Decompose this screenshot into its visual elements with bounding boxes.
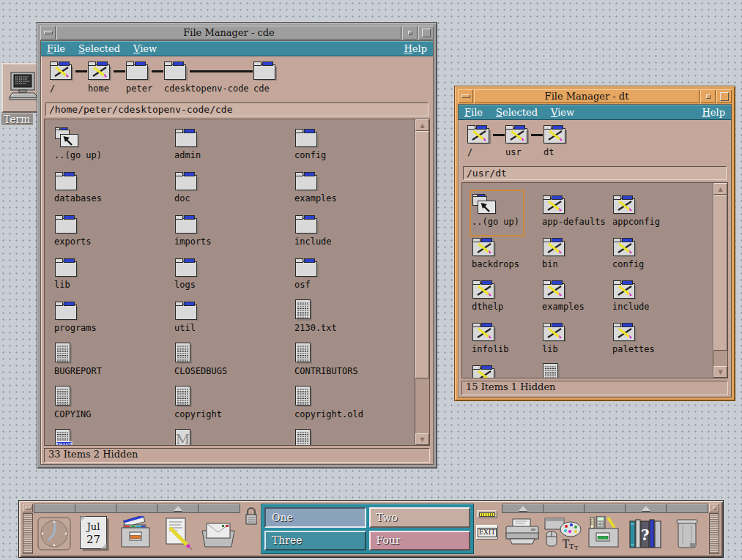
file-item[interactable]: doc (174, 168, 294, 212)
exit-button[interactable]: EXIT (476, 525, 498, 540)
cde-titlebar[interactable]: File Manager - cde (40, 26, 434, 40)
scroll-trough[interactable] (415, 378, 429, 433)
file-item[interactable]: OPENBUGS (294, 428, 415, 445)
window-title[interactable]: File Manager - dt (474, 89, 700, 103)
maximize-button[interactable] (716, 89, 732, 103)
subpanel-handle[interactable] (199, 504, 240, 512)
launcher-text-editor[interactable] (157, 513, 198, 554)
breadcrumb-folder[interactable]: peter (125, 61, 152, 96)
file-item[interactable] (542, 362, 612, 378)
subpanel-toggle[interactable] (157, 504, 199, 512)
file-item[interactable]: config (294, 125, 415, 168)
launcher-style-manager[interactable]: TTT (543, 513, 584, 554)
file-item[interactable]: include (294, 212, 415, 255)
menu-item-view[interactable]: View (551, 107, 574, 118)
dt-path-field[interactable]: /usr/dt (463, 166, 727, 180)
file-item[interactable]: 2130.txt (294, 298, 415, 341)
file-item[interactable]: lib (54, 255, 174, 298)
file-item[interactable]: ..(go up) (472, 192, 522, 234)
file-item[interactable]: COPYING (54, 384, 174, 428)
launcher-help-viewer[interactable]: ? (625, 513, 666, 554)
scroll-down-button[interactable]: ▼ (713, 366, 727, 378)
subpanel-handle[interactable] (75, 504, 116, 512)
menu-help[interactable]: Help (702, 107, 725, 118)
file-item[interactable]: BUGREPORT (54, 341, 174, 384)
file-item[interactable]: backdrops (472, 234, 542, 277)
subpanel-handle[interactable] (116, 504, 157, 512)
file-item[interactable] (472, 362, 542, 378)
breadcrumb-folder[interactable]: cdesktopenv-code (163, 61, 190, 96)
breadcrumb-folder[interactable]: cde (253, 61, 279, 96)
file-item[interactable]: app-defaults (542, 192, 612, 234)
subpanel-handle[interactable] (543, 504, 585, 512)
dt-vertical-scrollbar[interactable]: ▲ ▼ (713, 183, 727, 378)
file-item[interactable]: copyright (174, 384, 294, 428)
menu-item-selected[interactable]: Selected (78, 43, 120, 54)
panel-right-endcap[interactable] (709, 504, 719, 554)
file-item[interactable]: appconfig (612, 192, 683, 234)
breadcrumb-folder[interactable]: home (87, 61, 114, 96)
file-item[interactable]: osf (294, 255, 415, 298)
cde-path-field[interactable]: /home/peter/cdesktopenv-code/cde (45, 102, 428, 116)
file-item[interactable]: imports (174, 212, 294, 255)
file-item[interactable]: infolib (472, 319, 542, 362)
file-item[interactable]: copyright.old (294, 384, 415, 428)
minimize-button[interactable] (700, 89, 716, 103)
scroll-thumb[interactable] (415, 131, 429, 378)
menu-item-selected[interactable]: Selected (496, 107, 538, 118)
file-item[interactable]: util (174, 298, 294, 341)
window-menu-button[interactable] (458, 89, 473, 103)
launcher-clock[interactable] (34, 513, 75, 554)
file-item[interactable]: examples (542, 277, 612, 319)
breadcrumb-folder[interactable]: dt (543, 124, 569, 160)
maximize-button[interactable] (418, 26, 434, 40)
panel-grip[interactable] (709, 513, 719, 554)
file-item[interactable]: CLOSEDBUGS (174, 341, 294, 384)
file-item[interactable]: ..(go up) (54, 125, 174, 168)
file-item[interactable]: programs (54, 298, 174, 341)
minimize-button[interactable] (402, 26, 418, 40)
file-item[interactable]: CONTRIBUTORS (294, 341, 415, 384)
breadcrumb-folder[interactable]: / (467, 124, 493, 160)
subpanel-handle[interactable] (34, 504, 75, 512)
dt-titlebar[interactable]: File Manager - dt (458, 89, 732, 103)
file-item[interactable]: bin (542, 234, 612, 277)
file-item[interactable]: exports (54, 212, 174, 255)
workspace-button-one[interactable]: One (264, 507, 366, 528)
breadcrumb-folder[interactable]: usr (505, 124, 531, 160)
workspace-button-two[interactable]: Two (369, 507, 471, 528)
subpanel-toggle[interactable] (626, 504, 667, 512)
launcher-applications[interactable] (584, 513, 625, 554)
file-item[interactable]: IMAKEImakefile (54, 428, 174, 445)
menu-help[interactable]: Help (404, 43, 427, 54)
file-item[interactable]: lib (542, 319, 612, 362)
file-item[interactable]: examples (294, 168, 415, 212)
subpanel-handle[interactable] (667, 504, 708, 512)
panel-menu-button[interactable] (709, 504, 719, 512)
lock-slot[interactable] (242, 504, 261, 554)
launcher-printer[interactable] (502, 513, 543, 554)
file-item[interactable]: admin (174, 125, 294, 168)
scroll-up-button[interactable]: ▲ (713, 183, 727, 195)
workspace-button-four[interactable]: Four (369, 531, 471, 551)
launcher-file-manager[interactable] (116, 513, 157, 554)
scroll-thumb[interactable] (713, 195, 727, 351)
file-item[interactable]: MMakefile (174, 428, 294, 445)
file-item[interactable]: dthelp (472, 277, 542, 319)
launcher-calendar[interactable]: Jul27 (75, 513, 116, 554)
subpanel-toggle[interactable] (502, 504, 543, 512)
menu-item-view[interactable]: View (133, 43, 157, 54)
scroll-down-button[interactable]: ▼ (415, 433, 429, 445)
file-item[interactable]: logs (174, 255, 294, 298)
panel-left-endcap[interactable] (23, 504, 33, 554)
scroll-up-button[interactable]: ▲ (415, 119, 429, 131)
panel-minimize-button[interactable] (23, 504, 33, 512)
file-item[interactable]: include (612, 277, 683, 319)
window-title[interactable]: File Manager - cde (56, 26, 401, 40)
launcher-trash[interactable] (666, 513, 707, 554)
breadcrumb-folder[interactable]: / (49, 61, 75, 96)
menu-item-file[interactable]: File (464, 107, 483, 118)
file-item[interactable]: config (612, 234, 683, 277)
window-menu-button[interactable] (40, 26, 56, 40)
file-item[interactable]: databases (54, 168, 174, 212)
